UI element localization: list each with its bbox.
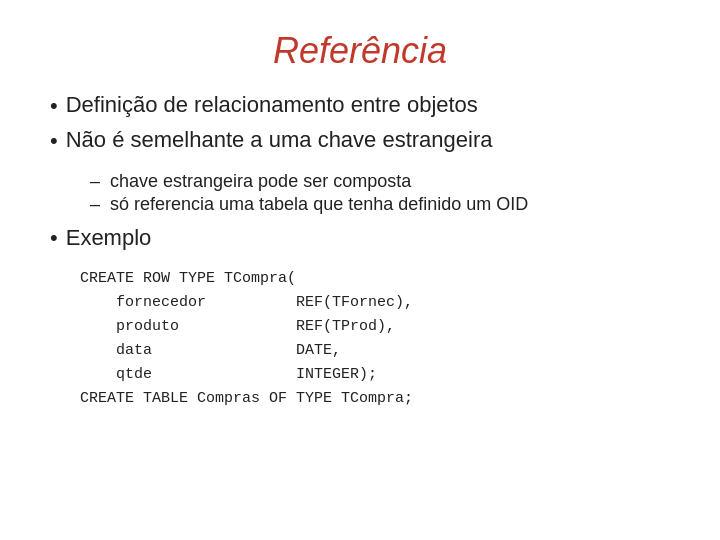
sub-bullet-item-1: chave estrangeira pode ser composta [90, 171, 670, 192]
code-line-1: CREATE ROW TYPE TCompra( [80, 267, 660, 291]
example-label: • Exemplo [50, 225, 670, 251]
slide: Referência • Definição de relacionamento… [0, 0, 720, 540]
code-line-7: CREATE TABLE Compras OF TYPE TCompra; [80, 387, 660, 411]
code-line-5: qtde INTEGER); [80, 363, 660, 387]
code-line-3: produto REF(TProd), [80, 315, 660, 339]
bullet-text-1: Definição de relacionamento entre objeto… [66, 92, 478, 118]
main-bullet-list: • Definição de relacionamento entre obje… [50, 92, 670, 161]
example-label-text: Exemplo [66, 225, 152, 251]
bullet-text-2: Não é semelhante a uma chave estrangeira [66, 127, 493, 153]
sub-bullet-list: chave estrangeira pode ser composta só r… [90, 171, 670, 217]
bullet-item-2: • Não é semelhante a uma chave estrangei… [50, 127, 670, 156]
bullet-item-1: • Definição de relacionamento entre obje… [50, 92, 670, 121]
bullet-symbol-2: • [50, 127, 58, 156]
sub-bullet-text-2: só referencia uma tabela que tenha defin… [110, 194, 528, 215]
slide-title: Referência [50, 30, 670, 72]
sub-bullet-item-2: só referencia uma tabela que tenha defin… [90, 194, 670, 215]
code-line-2: fornecedor REF(TFornec), [80, 291, 660, 315]
sub-bullet-text-1: chave estrangeira pode ser composta [110, 171, 411, 192]
code-line-4: data DATE, [80, 339, 660, 363]
code-block: CREATE ROW TYPE TCompra( fornecedor REF(… [70, 261, 670, 417]
example-bullet-symbol: • [50, 225, 58, 251]
bullet-symbol-1: • [50, 92, 58, 121]
